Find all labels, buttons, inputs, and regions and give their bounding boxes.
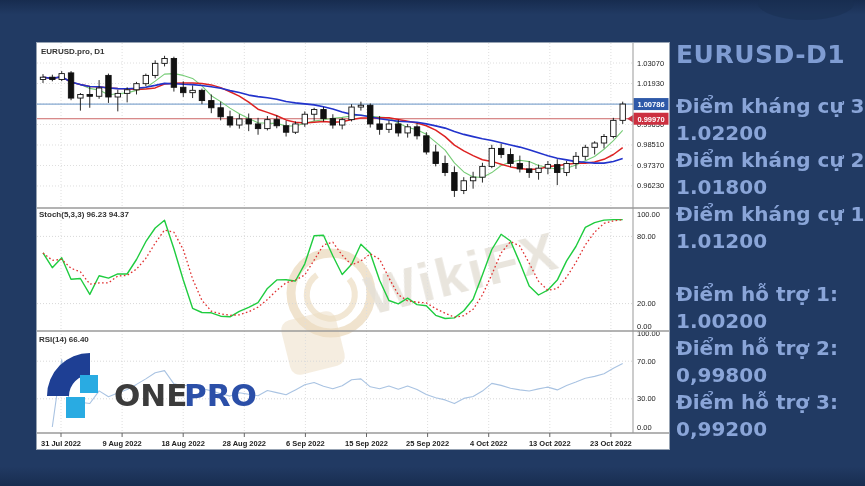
svg-text:0.98510: 0.98510	[637, 140, 664, 149]
panel-spacer	[676, 255, 862, 281]
svg-text:70.00: 70.00	[637, 357, 656, 366]
svg-text:28 Aug 2022: 28 Aug 2022	[223, 439, 266, 448]
wikifx-watermark: WikiFX	[279, 220, 565, 377]
background-smudge	[758, 0, 854, 20]
svg-text:23 Oct 2022: 23 Oct 2022	[590, 439, 632, 448]
svg-text:6 Sep 2022: 6 Sep 2022	[286, 439, 325, 448]
onepro-square-2	[66, 397, 85, 418]
svg-text:0.97370: 0.97370	[637, 161, 664, 170]
support-item-value: 1.00200	[676, 308, 862, 335]
svg-text:15 Sep 2022: 15 Sep 2022	[345, 439, 388, 448]
resistance-item-value: 1.01800	[676, 174, 862, 201]
svg-text:80.00: 80.00	[637, 232, 656, 241]
screenshot-root: WikiFX1.030701.019301.007900.996500.9851…	[0, 0, 865, 486]
svg-text:0.00: 0.00	[637, 423, 652, 432]
svg-text:4 Oct 2022: 4 Oct 2022	[470, 439, 508, 448]
svg-text:Stoch(5,3,3) 96.23 94.37: Stoch(5,3,3) 96.23 94.37	[39, 210, 129, 219]
support-item-value: 0,99800	[676, 362, 862, 389]
onepro-text-one: ONE	[114, 377, 187, 413]
support-item-value: 0,99200	[676, 416, 862, 443]
svg-text:13 Oct 2022: 13 Oct 2022	[529, 439, 571, 448]
svg-text:RSI(14) 66.40: RSI(14) 66.40	[39, 335, 89, 344]
resistance-item-value: 1.02200	[676, 120, 862, 147]
resistance-item-label: Điểm kháng cự 2:	[676, 147, 862, 174]
onepro-logo: ONE PRO	[44, 350, 264, 426]
svg-text:9 Aug 2022: 9 Aug 2022	[102, 439, 141, 448]
svg-text:1.03070: 1.03070	[637, 59, 664, 68]
svg-text:31 Jul 2022: 31 Jul 2022	[41, 439, 81, 448]
candles-layer	[40, 56, 625, 197]
onepro-text-pro: PRO	[184, 377, 257, 413]
resistance-item-label: Điểm kháng cự 1:	[676, 201, 862, 228]
svg-text:30.00: 30.00	[637, 394, 656, 403]
support-item-label: Điểm hỗ trợ 2:	[676, 335, 862, 362]
analysis-panel: EURUSD-D1 Điểm kháng cự 3: 1.02200 Điểm …	[676, 40, 862, 443]
svg-text:25 Sep 2022: 25 Sep 2022	[406, 439, 449, 448]
support-item-label: Điểm hỗ trợ 1:	[676, 281, 862, 308]
svg-text:0.96230: 0.96230	[637, 181, 664, 190]
symbol-title: EURUSD-D1	[676, 40, 862, 69]
svg-text:WikiFX: WikiFX	[359, 220, 565, 326]
svg-text:100.00: 100.00	[637, 329, 660, 338]
onepro-square-1	[80, 375, 98, 393]
svg-text:100.00: 100.00	[637, 210, 660, 219]
svg-text:1.00786: 1.00786	[637, 100, 664, 109]
resistance-item-value: 1.01200	[676, 228, 862, 255]
support-item-label: Điểm hỗ trợ 3:	[676, 389, 862, 416]
svg-text:18 Aug 2022: 18 Aug 2022	[161, 439, 205, 448]
resistance-item-label: Điểm kháng cự 3:	[676, 93, 862, 120]
svg-text:EURUSD.pro, D1: EURUSD.pro, D1	[41, 47, 105, 56]
svg-text:20.00: 20.00	[637, 299, 656, 308]
svg-text:0.99970: 0.99970	[637, 115, 664, 124]
svg-text:1.01930: 1.01930	[637, 79, 664, 88]
date-axis-layer: 31 Jul 20229 Aug 202218 Aug 202228 Aug 2…	[41, 433, 632, 448]
